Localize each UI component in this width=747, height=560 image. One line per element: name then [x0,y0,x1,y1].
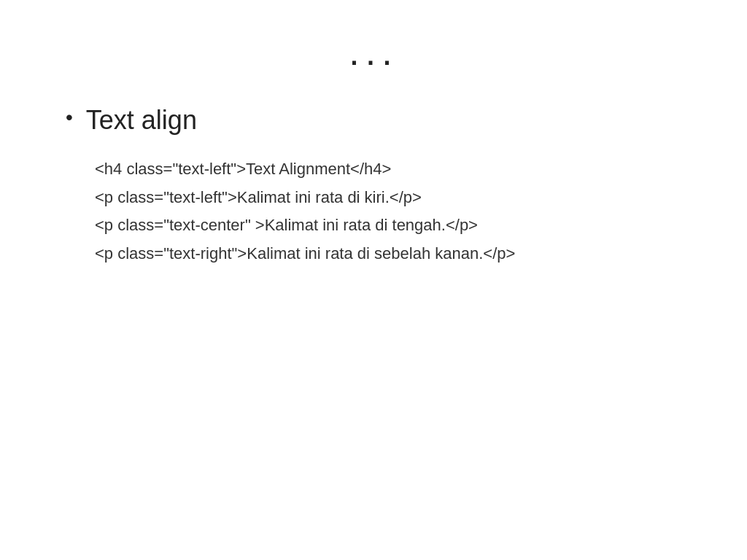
bullet-dot: • [66,105,73,130]
code-line-4: <p class="text-right">Kalimat ini rata d… [95,240,703,268]
code-line-1: <h4 class="text-left">Text Alignment</h4… [95,155,703,184]
slide: ... • Text align <h4 class="text-left">T… [0,0,747,560]
bullet-item: • Text align [66,104,703,138]
bullet-label: Text align [86,104,197,138]
code-line-3: <p class="text-center" >Kalimat ini rata… [95,211,703,240]
code-block: <h4 class="text-left">Text Alignment</h4… [66,155,703,268]
code-line-2: <p class="text-left">Kalimat ini rata di… [95,184,703,212]
slide-header: ... [44,29,703,74]
content-area: • Text align <h4 class="text-left">Text … [44,104,703,268]
